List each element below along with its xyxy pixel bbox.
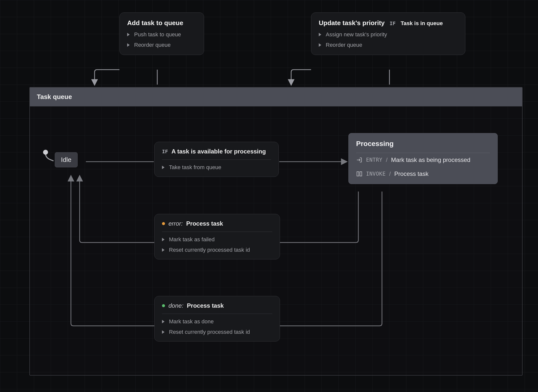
transition-available[interactable]: IF A task is available for processing Ta… [154,142,279,177]
event-update-priority-title: Update task's priority [319,19,385,27]
play-icon [162,238,164,241]
action-item: Assign new task's priority [319,31,458,38]
transition-error[interactable]: error: Process task Mark task as failed … [154,214,280,259]
transition-done[interactable]: done: Process task Mark task as done Res… [154,296,280,342]
entry-action-row: ENTRY / Mark task as being processed [349,153,497,167]
state-idle[interactable]: Idle [55,152,78,167]
event-label: done: [168,302,183,309]
status-dot-error-icon [162,222,165,225]
action-item: Push task to queue [127,31,196,38]
container-title: Task queue [30,88,522,106]
state-processing-title: Processing [349,133,497,153]
event-add-task-title: Add task to queue [127,19,183,27]
if-keyword: IF [390,20,396,26]
play-icon [127,43,130,47]
play-icon [162,248,164,252]
event-label: error: [168,220,183,227]
event-source: Process task [187,302,224,309]
if-condition: Task is in queue [401,20,443,27]
action-item: Take task from queue [162,164,271,171]
play-icon [127,33,130,36]
action-item: Reorder queue [319,42,458,48]
play-icon [162,320,164,323]
state-processing[interactable]: Processing ENTRY / Mark task as being pr… [348,133,498,184]
if-keyword: IF [162,148,168,154]
initial-state-marker [43,150,48,155]
action-item: Mark task as failed [162,236,272,243]
action-item: Mark task as done [162,318,272,325]
status-dot-done-icon [162,304,165,307]
invoke-action-row: INVOKE / Process task [349,167,497,184]
enter-icon [356,157,363,163]
action-item: Reset currently processed task id [162,329,272,335]
play-icon [319,43,321,47]
play-icon [162,330,164,334]
event-source: Process task [186,220,223,227]
event-update-priority[interactable]: Update task's priority IF Task is in que… [311,12,465,55]
event-add-task[interactable]: Add task to queue Push task to queue Reo… [119,12,204,55]
invoke-icon [356,171,363,177]
play-icon [162,166,164,169]
diagram-canvas[interactable]: Add task to queue Push task to queue Reo… [0,0,538,392]
action-item: Reset currently processed task id [162,247,272,253]
play-icon [319,33,321,36]
action-item: Reorder queue [127,42,196,48]
if-condition: A task is available for processing [171,148,266,155]
